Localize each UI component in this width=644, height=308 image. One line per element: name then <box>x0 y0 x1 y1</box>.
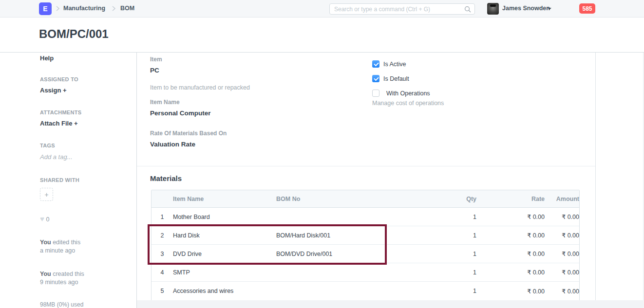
row-bom-no: BOM/DVD Drive/001 <box>276 251 408 257</box>
item-name-value[interactable]: Personal Computer <box>150 109 211 117</box>
shared-with-label: SHARED WITH <box>40 177 79 183</box>
search-icon[interactable] <box>464 6 471 14</box>
breadcrumb-bom[interactable]: BOM <box>120 5 134 12</box>
col-rate: Rate <box>476 196 545 202</box>
col-amount: Amount <box>545 196 579 202</box>
edited-info: You edited this a minute ago <box>40 238 80 255</box>
tags-label: TAGS <box>40 143 55 148</box>
row-item-name: SMTP <box>173 269 276 276</box>
created-by: You <box>40 271 51 277</box>
user-caret-icon <box>548 8 551 10</box>
attachments-label: ATTACHMENTS <box>40 109 81 115</box>
created-info: You created this 9 minutes ago <box>40 270 84 287</box>
table-row[interactable]: 3 DVD Drive BOM/DVD Drive/001 1 ₹ 0.00 ₹… <box>152 245 579 263</box>
item-name-label: Item Name <box>150 99 180 106</box>
row-qty: 1 <box>408 288 476 294</box>
breadcrumb-chevron-icon <box>56 6 59 11</box>
table-row[interactable]: 4 SMTP 1 ₹ 0.00 ₹ 0.00 <box>152 263 579 282</box>
global-search <box>329 3 475 15</box>
row-index: 1 <box>152 214 173 220</box>
form-right-divider <box>595 53 596 300</box>
row-qty: 1 <box>408 269 476 276</box>
row-qty: 1 <box>408 232 476 239</box>
table-row[interactable]: 2 Hard Disk BOM/Hard Disk/001 1 ₹ 0.00 ₹… <box>152 226 579 245</box>
user-avatar[interactable] <box>487 3 499 15</box>
item-value[interactable]: PC <box>150 67 159 74</box>
created-when: 9 minutes ago <box>40 279 78 286</box>
sidebar: Help ASSIGNED TO Assign + ATTACHMENTS At… <box>0 53 137 308</box>
materials-section-title: Materials <box>150 174 182 182</box>
share-add-button[interactable]: + <box>40 188 53 201</box>
row-rate: ₹ 0.00 <box>476 288 545 295</box>
row-rate: ₹ 0.00 <box>476 269 545 276</box>
row-amount: ₹ 0.00 <box>545 250 579 257</box>
heart-icon[interactable]: ♥ <box>40 215 44 223</box>
breadcrumb-manufacturing[interactable]: Manufacturing <box>63 5 105 12</box>
edited-by: You <box>40 239 51 246</box>
page-head: BOM/PC/001 <box>0 18 644 53</box>
row-bom-no: BOM/Hard Disk/001 <box>276 232 408 239</box>
edited-when: a minute ago <box>40 247 75 254</box>
row-rate: ₹ 0.00 <box>476 232 545 239</box>
edited-action: edited this <box>51 239 80 246</box>
user-menu[interactable]: James Snowden <box>502 5 550 12</box>
with-operations-checkbox[interactable] <box>372 90 379 97</box>
materials-table-header: Item Name BOM No Qty Rate Amount <box>152 190 579 208</box>
rate-of-materials-value[interactable]: Valuation Rate <box>150 141 195 148</box>
breadcrumb-chevron-icon <box>112 6 115 11</box>
like-counter: ♥ 0 <box>40 215 49 223</box>
page-title: BOM/PC/001 <box>39 27 109 41</box>
with-operations-label: With Operations <box>386 90 430 97</box>
table-row[interactable]: 5 Accessories and wires 1 ₹ 0.00 ₹ 0.00 <box>152 282 579 300</box>
assigned-to-label: ASSIGNED TO <box>40 76 78 82</box>
materials-table: Item Name BOM No Qty Rate Amount 1 Mothe… <box>151 190 580 301</box>
add-tag-input[interactable]: Add a tag... <box>40 153 73 161</box>
assign-label: Assign <box>40 87 61 94</box>
section-divider <box>137 166 595 166</box>
row-item-name: Hard Disk <box>173 232 276 239</box>
share-plus-icon: + <box>44 191 48 199</box>
row-index: 4 <box>152 269 173 276</box>
row-amount: ₹ 0.00 <box>545 288 579 295</box>
row-qty: 1 <box>408 214 476 220</box>
item-label: Item <box>150 56 162 63</box>
col-item-name: Item Name <box>173 196 276 202</box>
row-rate: ₹ 0.00 <box>476 250 545 257</box>
search-input[interactable] <box>334 4 458 14</box>
col-qty: Qty <box>408 196 476 202</box>
row-rate: ₹ 0.00 <box>476 213 545 220</box>
is-active-checkbox[interactable] <box>372 60 379 68</box>
table-row[interactable]: 1 Mother Board 1 ₹ 0.00 ₹ 0.00 <box>152 208 579 226</box>
page-background-strip <box>137 300 644 308</box>
row-index: 2 <box>152 232 173 239</box>
storage-usage: 98MB (0%) used <box>40 301 83 308</box>
created-action: created this <box>51 271 84 277</box>
with-operations-description: Manage cost of operations <box>372 100 444 107</box>
row-item-name: Mother Board <box>173 214 276 220</box>
row-item-name: Accessories and wires <box>173 288 276 294</box>
attach-file-label: Attach File <box>40 120 72 127</box>
item-description: Item to be manufactured or repacked <box>150 84 250 91</box>
is-default-checkbox[interactable] <box>372 75 379 82</box>
assign-plus-icon[interactable]: + <box>63 87 67 94</box>
app-logo[interactable]: E <box>39 2 52 15</box>
attach-file-plus-icon[interactable]: + <box>74 120 78 127</box>
row-qty: 1 <box>408 251 476 257</box>
sidebar-help-link[interactable]: Help <box>40 54 54 62</box>
row-amount: ₹ 0.00 <box>545 269 579 276</box>
row-index: 5 <box>152 288 173 294</box>
row-index: 3 <box>152 251 173 257</box>
row-item-name: DVD Drive <box>173 251 276 257</box>
row-amount: ₹ 0.00 <box>545 232 579 239</box>
navbar: E Manufacturing BOM James Snowden 585 <box>0 0 644 18</box>
attach-file-button[interactable]: Attach File + <box>40 120 78 127</box>
assign-button[interactable]: Assign + <box>40 87 67 94</box>
notification-badge[interactable]: 585 <box>579 3 595 14</box>
rate-of-materials-label: Rate Of Materials Based On <box>150 130 227 137</box>
is-active-label: Is Active <box>383 61 406 68</box>
is-default-label: Is Default <box>383 75 409 82</box>
row-amount: ₹ 0.00 <box>545 213 579 220</box>
like-count: 0 <box>46 216 49 223</box>
col-bom-no: BOM No <box>276 196 408 202</box>
